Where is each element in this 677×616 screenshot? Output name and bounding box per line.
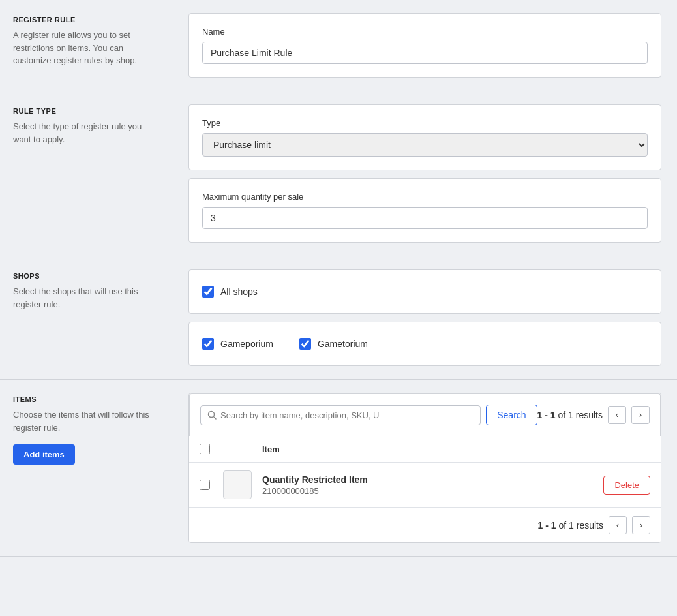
shops-desc: Select the shops that will use this regi… bbox=[13, 285, 160, 311]
footer-next-page-button[interactable]: › bbox=[632, 516, 650, 534]
row-info-col: Quantity Restricted Item 210000000185 bbox=[262, 474, 593, 496]
max-qty-input[interactable] bbox=[202, 207, 648, 229]
gameporium-label[interactable]: Gameporium bbox=[220, 339, 273, 349]
header-results-text: 1 - 1 of 1 results bbox=[537, 410, 603, 420]
type-label: Type bbox=[202, 118, 648, 128]
table-row: Quantity Restricted Item 210000000185 De… bbox=[189, 463, 661, 508]
individual-shops-card: Gameporium Gametorium bbox=[188, 322, 661, 366]
header-pagination: 1 - 1 of 1 results ‹ › bbox=[537, 406, 650, 424]
svg-line-1 bbox=[214, 417, 217, 420]
delete-button[interactable]: Delete bbox=[603, 476, 650, 495]
shops-label-panel: SHOPS Select the shops that will use thi… bbox=[0, 256, 173, 379]
items-table-footer: 1 - 1 of 1 results ‹ › bbox=[189, 508, 661, 542]
register-rule-content: Name bbox=[173, 0, 677, 91]
rule-type-label-panel: RULE TYPE Select the type of register ru… bbox=[0, 91, 173, 256]
all-shops-row: All shops bbox=[202, 283, 648, 300]
chevron-left-icon: ‹ bbox=[616, 410, 618, 420]
shops-title: SHOPS bbox=[13, 272, 160, 280]
gametorium-row: Gametorium bbox=[299, 335, 368, 352]
footer-results-text: 1 - 1 of 1 results bbox=[538, 520, 603, 531]
page-container: REGISTER RULE A register rule allows you… bbox=[0, 0, 677, 557]
shops-content: All shops Gameporium Gametorium bbox=[173, 256, 677, 379]
item-name: Quantity Restricted Item bbox=[262, 474, 593, 485]
header-results-bold: 1 - 1 bbox=[537, 410, 556, 420]
gametorium-label[interactable]: Gametorium bbox=[318, 339, 368, 349]
search-button[interactable]: Search bbox=[486, 405, 537, 425]
register-rule-section: REGISTER RULE A register rule allows you… bbox=[0, 0, 677, 91]
register-rule-desc: A register rule allows you to set restri… bbox=[13, 29, 160, 67]
rule-type-desc: Select the type of register rule you wan… bbox=[13, 120, 160, 146]
items-section: ITEMS Choose the items that will follow … bbox=[0, 380, 677, 557]
search-input[interactable] bbox=[220, 406, 474, 425]
row-img-col bbox=[223, 470, 262, 499]
item-sku: 210000000185 bbox=[262, 486, 593, 496]
name-card: Name bbox=[188, 13, 661, 78]
shops-checkboxes: Gameporium Gametorium bbox=[202, 335, 648, 352]
all-shops-card: All shops bbox=[188, 270, 661, 314]
add-items-button[interactable]: Add items bbox=[13, 444, 75, 465]
footer-prev-page-button[interactable]: ‹ bbox=[609, 516, 627, 534]
name-label: Name bbox=[202, 27, 648, 37]
items-table-header: Item bbox=[189, 436, 661, 463]
search-icon bbox=[207, 410, 217, 420]
footer-chevron-right-icon: › bbox=[640, 521, 642, 530]
next-page-button[interactable]: › bbox=[631, 406, 650, 424]
header-check-col bbox=[200, 444, 223, 454]
items-card: Search 1 - 1 of 1 results ‹ › bbox=[188, 393, 661, 543]
header-results-suffix: of 1 results bbox=[556, 410, 603, 420]
rule-type-content: Type Purchase limit Maximum quantity per… bbox=[173, 91, 677, 256]
items-title: ITEMS bbox=[13, 395, 160, 403]
select-all-checkbox[interactable] bbox=[200, 444, 210, 454]
type-card: Type Purchase limit bbox=[188, 104, 661, 170]
register-rule-title: REGISTER RULE bbox=[13, 16, 160, 23]
footer-results-bold: 1 - 1 bbox=[538, 520, 556, 531]
footer-chevron-left-icon: ‹ bbox=[616, 521, 619, 530]
items-desc: Choose the items that will follow this r… bbox=[13, 408, 160, 434]
row-checkbox[interactable] bbox=[200, 480, 210, 490]
footer-results-suffix: of 1 results bbox=[556, 520, 603, 531]
item-thumbnail bbox=[223, 470, 252, 499]
name-input[interactable] bbox=[202, 42, 648, 64]
all-shops-checkbox[interactable] bbox=[202, 286, 214, 298]
items-search-bar: Search 1 - 1 of 1 results ‹ › bbox=[189, 393, 661, 436]
items-label-panel: ITEMS Choose the items that will follow … bbox=[0, 380, 173, 556]
row-action-col: Delete bbox=[603, 476, 650, 495]
register-rule-label-panel: REGISTER RULE A register rule allows you… bbox=[0, 0, 173, 91]
search-input-wrapper bbox=[200, 405, 481, 425]
gameporium-checkbox[interactable] bbox=[202, 338, 214, 350]
max-qty-card: Maximum quantity per sale bbox=[188, 178, 661, 243]
shops-section: SHOPS Select the shops that will use thi… bbox=[0, 256, 677, 380]
items-content: Search 1 - 1 of 1 results ‹ › bbox=[173, 380, 677, 556]
chevron-right-icon: › bbox=[639, 410, 642, 420]
rule-type-title: RULE TYPE bbox=[13, 107, 160, 115]
prev-page-button[interactable]: ‹ bbox=[608, 406, 626, 424]
header-item-col: Item bbox=[262, 444, 650, 454]
gameporium-row: Gameporium bbox=[202, 335, 273, 352]
max-qty-label: Maximum quantity per sale bbox=[202, 192, 648, 202]
rule-type-section: RULE TYPE Select the type of register ru… bbox=[0, 91, 677, 256]
row-check-col bbox=[200, 480, 223, 490]
type-select[interactable]: Purchase limit bbox=[202, 133, 648, 157]
all-shops-label[interactable]: All shops bbox=[220, 286, 258, 297]
gametorium-checkbox[interactable] bbox=[299, 338, 311, 350]
